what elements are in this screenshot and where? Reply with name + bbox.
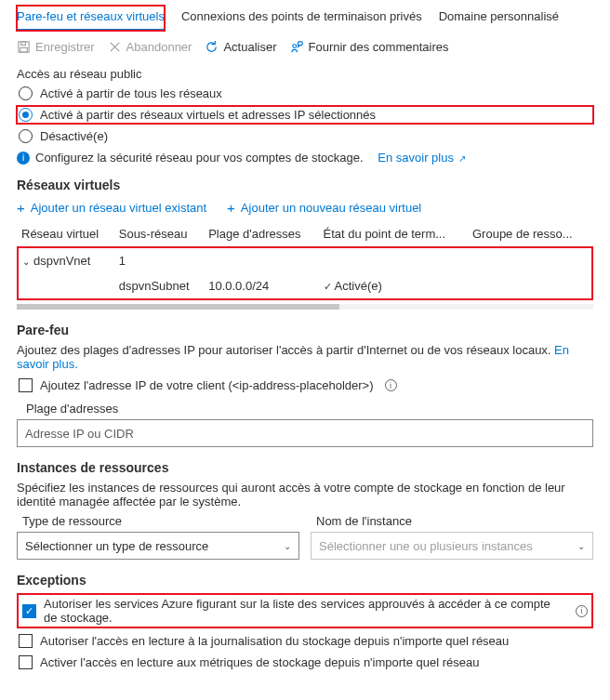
close-icon	[108, 40, 122, 54]
resource-type-select[interactable]: Sélectionner un type de ressource ⌄	[17, 532, 299, 560]
add-new-label: Ajouter un nouveau réseau virtuel	[241, 201, 421, 215]
radio-icon	[19, 108, 33, 122]
add-existing-label: Ajouter un réseau virtuel existant	[31, 201, 206, 215]
read-metrics-checkbox[interactable]: Activer l'accès en lecture aux métriques…	[17, 654, 593, 671]
radio-label: Activé à partir des réseaux virtuels et …	[40, 108, 376, 122]
checkbox-icon: ✓	[22, 604, 36, 618]
firewall-description: Ajoutez des plages d'adresses IP pour au…	[17, 343, 593, 371]
refresh-icon	[205, 40, 219, 54]
cell-range: 10.0.0.0/24	[205, 273, 319, 299]
instances-heading: Instances de ressources	[17, 460, 593, 475]
horizontal-scrollbar[interactable]	[17, 304, 593, 310]
add-client-ip-checkbox[interactable]: Ajoutez l'adresse IP de votre client (<i…	[17, 376, 593, 394]
vnet-heading: Réseaux virtuels	[17, 178, 593, 192]
refresh-label: Actualiser	[223, 40, 276, 54]
instance-name-select: Sélectionner une ou plusieurs instances …	[311, 532, 593, 560]
ip-range-label: Plage d'adresses	[26, 402, 593, 416]
svg-rect-1	[21, 42, 26, 46]
trusted-services-label: Autoriser les services Azure figurant su…	[44, 597, 564, 625]
read-logs-checkbox[interactable]: Autoriser l'accès en lecture à la journa…	[17, 632, 593, 650]
info-icon: i	[17, 152, 30, 165]
col-subnet[interactable]: Sous-réseau	[115, 221, 205, 247]
feedback-button[interactable]: Fournir des commentaires	[290, 40, 449, 54]
table-header-row: Réseau virtuel Sous-réseau Plage d'adres…	[18, 221, 592, 247]
radio-all-networks[interactable]: Activé à partir de tous les réseaux	[17, 85, 593, 102]
info-icon[interactable]: i	[385, 379, 397, 391]
col-vnet[interactable]: Réseau virtuel	[18, 221, 115, 247]
trusted-services-checkbox[interactable]: ✓ Autoriser les services Azure figurant …	[17, 593, 593, 628]
resource-type-label: Type de ressource	[17, 514, 299, 528]
col-range[interactable]: Plage d'adresses	[205, 221, 319, 247]
client-ip-label: Ajoutez l'adresse IP de votre client (<i…	[40, 378, 374, 392]
save-label: Enregistrer	[35, 40, 95, 54]
instance-name-value: Sélectionner une ou plusieurs instances	[319, 539, 533, 553]
plus-icon: +	[227, 200, 235, 216]
radio-disabled[interactable]: Désactivé(e)	[17, 127, 593, 145]
person-feedback-icon	[290, 40, 304, 54]
cell-vnet: dspvnVnet	[33, 254, 90, 268]
chevron-down-icon: ⌄	[22, 257, 30, 267]
table-row[interactable]: ⌄dspvnVnet 1	[18, 247, 592, 273]
radio-label: Activé à partir de tous les réseaux	[40, 86, 222, 100]
add-new-vnet-button[interactable]: + Ajouter un nouveau réseau virtuel	[227, 200, 421, 216]
read-logs-label: Autoriser l'accès en lecture à la journa…	[40, 634, 509, 648]
cell-subnet: dspvnSubnet	[115, 273, 205, 299]
ip-range-input[interactable]	[17, 419, 593, 447]
feedback-label: Fournir des commentaires	[309, 40, 449, 54]
checkbox-icon	[19, 378, 33, 392]
chevron-down-icon: ⌄	[577, 541, 585, 551]
save-button[interactable]: Enregistrer	[17, 40, 95, 54]
firewall-heading: Pare-feu	[17, 323, 593, 337]
save-icon	[17, 40, 31, 54]
networking-tabs: Pare-feu et réseaux virtuels Connexions …	[17, 6, 593, 31]
radio-icon	[19, 86, 33, 100]
vnet-table: Réseau virtuel Sous-réseau Plage d'adres…	[17, 221, 593, 300]
public-access-info: i Configurez la sécurité réseau pour vos…	[17, 151, 593, 165]
svg-rect-6	[298, 42, 302, 46]
info-icon[interactable]: i	[576, 605, 588, 617]
resource-type-value: Sélectionner un type de ressource	[25, 539, 208, 553]
plus-icon: +	[17, 200, 25, 216]
discard-button[interactable]: Abandonner	[108, 40, 192, 54]
refresh-button[interactable]: Actualiser	[205, 40, 276, 54]
instance-name-label: Nom de l'instance	[311, 514, 593, 528]
add-existing-vnet-button[interactable]: + Ajouter un réseau virtuel existant	[17, 200, 206, 216]
exceptions-heading: Exceptions	[17, 573, 593, 588]
instances-description: Spécifiez les instances de ressources qu…	[17, 481, 593, 508]
checkbox-icon	[19, 634, 33, 648]
svg-point-5	[292, 45, 296, 48]
info-text: Configurez la sécurité réseau pour vos c…	[35, 151, 364, 165]
cell-count: 1	[115, 247, 205, 273]
radio-label: Désactivé(e)	[40, 129, 108, 143]
checkbox-icon	[19, 655, 33, 669]
radio-selected-networks[interactable]: Activé à partir des réseaux virtuels et …	[17, 106, 593, 124]
tab-private-endpoints[interactable]: Connexions des points de terminaison pri…	[181, 6, 422, 31]
col-state[interactable]: État du point de term...	[320, 221, 469, 247]
read-metrics-label: Activer l'accès en lecture aux métriques…	[40, 655, 480, 669]
col-rg[interactable]: Groupe de resso...	[469, 221, 592, 247]
command-bar: Enregistrer Abandonner Actualiser Fourni…	[17, 40, 593, 54]
learn-more-link[interactable]: En savoir plus ↗	[378, 151, 465, 165]
external-link-icon: ↗	[456, 153, 466, 164]
radio-icon	[19, 129, 33, 143]
tab-custom-domain[interactable]: Domaine personnalisé	[439, 6, 559, 31]
svg-rect-2	[20, 47, 28, 52]
public-access-heading: Accès au réseau public	[17, 67, 593, 81]
table-row[interactable]: dspvnSubnet 10.0.0.0/24 ✓Activé(e)	[18, 273, 592, 299]
cell-state: Activé(e)	[335, 279, 382, 293]
discard-label: Abandonner	[126, 40, 192, 54]
check-icon: ✓	[324, 281, 332, 292]
chevron-down-icon: ⌄	[284, 541, 291, 551]
tab-firewall[interactable]: Pare-feu et réseaux virtuels	[17, 6, 165, 31]
